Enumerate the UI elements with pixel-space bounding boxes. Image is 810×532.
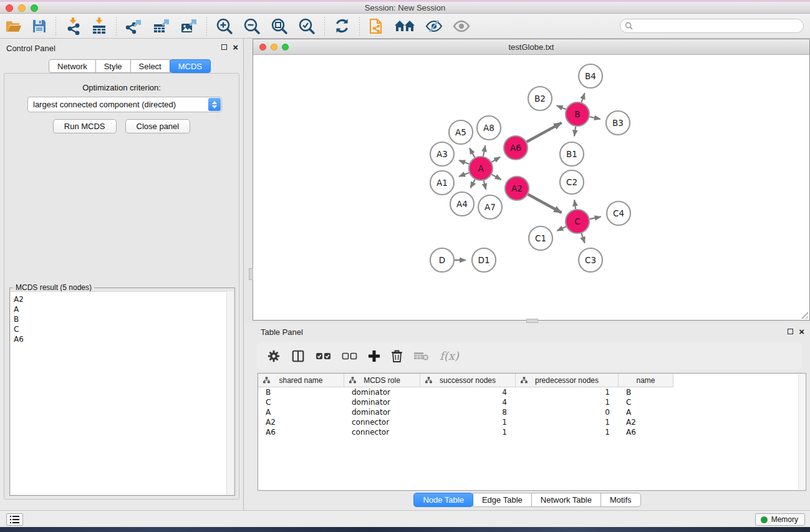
graph-edge-B-B2[interactable]: [557, 105, 566, 109]
graph-node-B1[interactable]: B1: [560, 142, 584, 166]
graph-node-C3[interactable]: C3: [579, 248, 602, 272]
graph-node-B[interactable]: B: [566, 102, 589, 126]
graph-node-B3[interactable]: B3: [606, 111, 630, 135]
mcds-result-list[interactable]: A2ABCA6: [11, 291, 234, 495]
column-header-successor-nodes[interactable]: successor nodes: [420, 374, 516, 387]
table-cell[interactable]: dominator: [344, 407, 420, 417]
refresh-layout-button[interactable]: [329, 16, 355, 36]
table-cell[interactable]: A6: [619, 427, 673, 437]
tab-select[interactable]: Select: [130, 59, 170, 73]
search-input[interactable]: [636, 21, 803, 32]
column-header-mcds-role[interactable]: MCDS role: [344, 374, 420, 387]
graph-edge-B-B4[interactable]: [582, 93, 585, 102]
graph-node-B4[interactable]: B4: [579, 64, 602, 88]
table-row[interactable]: Bdominator41B: [258, 387, 798, 397]
search-box[interactable]: [620, 19, 804, 33]
graph-edge-C-C2[interactable]: [574, 200, 576, 209]
open-file-button[interactable]: [0, 16, 27, 36]
result-item[interactable]: C: [14, 324, 234, 334]
save-session-button[interactable]: [27, 16, 52, 36]
table-cell[interactable]: 0: [516, 407, 619, 417]
table-cell[interactable]: A2: [619, 417, 673, 427]
memory-button[interactable]: Memory: [755, 513, 805, 526]
table-cell[interactable]: 4: [420, 397, 516, 407]
task-history-button[interactable]: [6, 513, 23, 526]
graph-edge-A-A1[interactable]: [459, 173, 469, 177]
tab-motifs[interactable]: Motifs: [600, 493, 641, 507]
graph-node-C1[interactable]: C1: [529, 226, 552, 250]
table-cell[interactable]: 4: [420, 387, 516, 397]
graph-edge-A6-B[interactable]: [527, 123, 562, 142]
column-header-name[interactable]: name: [619, 374, 673, 387]
graph-node-B2[interactable]: B2: [528, 87, 552, 110]
tab-edge-table[interactable]: Edge Table: [473, 493, 532, 507]
graph-node-D[interactable]: D: [430, 248, 454, 272]
float-panel-icon[interactable]: [788, 329, 793, 334]
table-row[interactable]: Cdominator41C: [258, 397, 798, 407]
graph-edge-A-A3[interactable]: [459, 160, 469, 164]
delete-column-button[interactable]: [391, 349, 403, 363]
table-cell[interactable]: 1: [516, 387, 619, 397]
result-item[interactable]: B: [14, 314, 234, 324]
graph-node-A8[interactable]: A8: [477, 116, 501, 140]
graph-edge-A-A6[interactable]: [491, 157, 500, 162]
deselect-all-rows-button[interactable]: [342, 351, 357, 361]
import-network-button[interactable]: [60, 16, 86, 36]
table-cell[interactable]: A: [258, 407, 344, 417]
close-panel-icon[interactable]: ×: [233, 44, 238, 51]
criterion-dropdown[interactable]: largest connected component (directed): [27, 97, 222, 112]
network-canvas[interactable]: AA1A2A3A4A5A6A7A8BB1B2B3B4CC1C2C3C4DD1: [253, 55, 809, 320]
column-visibility-button[interactable]: [291, 349, 305, 363]
table-cell[interactable]: 1: [516, 397, 619, 407]
hide-selected-button[interactable]: [420, 16, 448, 36]
new-network-from-selection-button[interactable]: [364, 16, 389, 36]
close-panel-button[interactable]: Close panel: [125, 119, 191, 133]
table-cell[interactable]: C: [619, 397, 673, 407]
table-cell[interactable]: C: [258, 397, 344, 407]
table-cell[interactable]: connector: [344, 427, 420, 437]
graph-edge-C-C1[interactable]: [557, 226, 566, 231]
table-cell[interactable]: 1: [420, 417, 516, 427]
close-panel-icon[interactable]: ×: [799, 328, 804, 335]
column-header-shared-name[interactable]: shared name: [258, 374, 344, 387]
graph-node-A[interactable]: A: [469, 157, 493, 180]
table-cell[interactable]: dominator: [344, 387, 420, 397]
column-header-predecessor-nodes[interactable]: predecessor nodes: [516, 374, 619, 387]
zoom-out-button[interactable]: [238, 16, 266, 36]
table-cell[interactable]: 1: [420, 427, 516, 437]
table-cell[interactable]: 1: [516, 417, 619, 427]
graph-edge-A-A8[interactable]: [483, 145, 485, 156]
table-row[interactable]: A2connector11A2: [258, 417, 798, 427]
table-row[interactable]: A6connector11A6: [258, 427, 798, 437]
result-item[interactable]: A6: [14, 334, 234, 344]
graph-node-A2[interactable]: A2: [505, 177, 529, 200]
graph-node-D1[interactable]: D1: [472, 248, 496, 272]
graph-edge-A-A2[interactable]: [492, 175, 501, 180]
graph-node-C[interactable]: C: [566, 210, 589, 233]
table-settings-button[interactable]: [267, 349, 281, 363]
graph-edge-B-B1[interactable]: [574, 127, 576, 136]
import-table-button[interactable]: [86, 16, 112, 36]
graph-edge-A-A5[interactable]: [470, 148, 475, 157]
table-scrollbar[interactable]: [798, 374, 805, 490]
table-cell[interactable]: 8: [420, 407, 516, 417]
graph-node-A1[interactable]: A1: [430, 171, 454, 195]
tab-network[interactable]: Network: [49, 59, 96, 73]
result-item[interactable]: A: [14, 304, 234, 314]
first-neighbors-button[interactable]: [389, 16, 420, 36]
table-cell[interactable]: connector: [344, 417, 420, 427]
tab-style[interactable]: Style: [95, 59, 131, 73]
table-cell[interactable]: A: [619, 407, 673, 417]
network-window-titlebar[interactable]: testGlobe.txt: [253, 39, 809, 55]
export-network-button[interactable]: [120, 16, 148, 36]
zoom-selected-button[interactable]: [293, 16, 321, 36]
table-cell[interactable]: dominator: [344, 397, 420, 407]
float-panel-icon[interactable]: [221, 44, 227, 50]
horizontal-splitter-handle[interactable]: [526, 319, 538, 323]
zoom-in-button[interactable]: [211, 16, 238, 36]
graph-edge-C-C4[interactable]: [590, 217, 601, 220]
export-table-button[interactable]: [148, 16, 175, 36]
graph-node-C4[interactable]: C4: [607, 201, 630, 225]
table-cell[interactable]: A6: [258, 427, 344, 437]
zoom-fit-button[interactable]: [266, 16, 293, 36]
